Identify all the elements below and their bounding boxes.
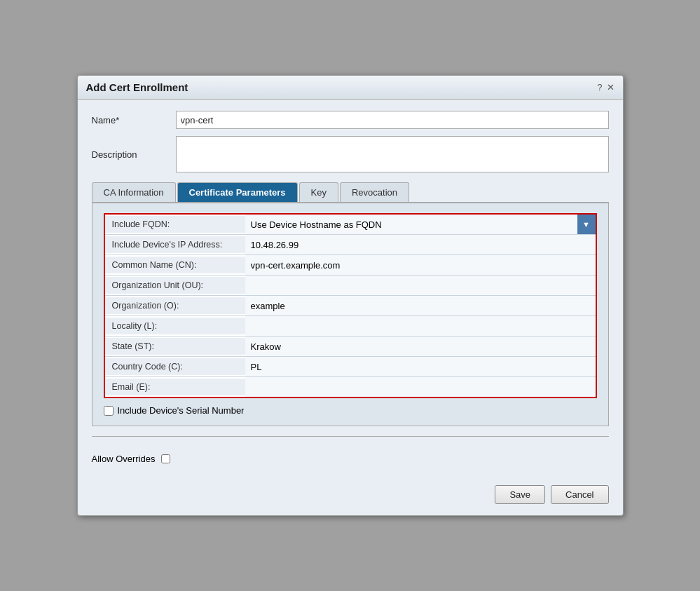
tab-content-cert-params: Include FQDN: Use Device Hostname as FQD… [92,203,609,426]
country-row: Country Code (C): [105,357,596,377]
serial-checkbox-label: Include Device's Serial Number [118,405,245,416]
fqdn-select[interactable]: Use Device Hostname as FQDN Use Custom F… [245,215,596,234]
tabs-row: CA Information Certificate Parameters Ke… [92,182,609,203]
dialog-footer: Save Cancel [78,478,623,515]
state-row: State (ST): [105,337,596,357]
bottom-row: Allow Overrides [92,447,609,467]
cn-label: Common Name (CN): [105,257,245,273]
tab-ca-information[interactable]: CA Information [92,182,176,202]
dialog-body: Name* Description CA Information Certifi… [78,100,623,478]
add-cert-enrollment-dialog: Add Cert Enrollment ? ✕ Name* Descriptio… [77,75,624,516]
email-row: Email (E): [105,377,596,397]
country-label: Country Code (C): [105,358,245,375]
tabs-container: CA Information Certificate Parameters Ke… [92,182,609,426]
cert-params-grid: Include FQDN: Use Device Hostname as FQD… [104,213,597,398]
ou-label: Organization Unit (OU): [105,277,245,294]
name-input[interactable] [176,111,609,129]
serial-checkbox-row: Include Device's Serial Number [104,405,597,416]
section-divider [92,436,609,437]
ip-label: Include Device's IP Address: [105,236,245,253]
name-row: Name* [92,111,609,129]
org-row: Organization (O): [105,296,596,316]
tab-revocation[interactable]: Revocation [340,182,409,202]
tab-certificate-parameters[interactable]: Certificate Parameters [177,182,298,202]
ip-input[interactable] [245,235,596,254]
state-label: State (ST): [105,338,245,355]
org-label: Organization (O): [105,297,245,314]
help-button[interactable]: ? [597,82,602,93]
allow-overrides-label: Allow Overrides [92,454,156,464]
fqdn-label: Include FQDN: [105,216,245,233]
locality-input[interactable] [245,316,596,336]
description-input[interactable] [176,136,609,172]
fqdn-row: Include FQDN: Use Device Hostname as FQD… [105,215,596,235]
cn-row: Common Name (CN): [105,255,596,276]
dialog-titlebar: Add Cert Enrollment ? ✕ [78,76,623,100]
close-button[interactable]: ✕ [607,82,615,93]
email-label: Email (E): [105,379,245,395]
name-label: Name* [92,115,176,125]
dialog-controls: ? ✕ [597,82,614,93]
ip-row: Include Device's IP Address: [105,235,596,255]
fqdn-select-wrapper: Use Device Hostname as FQDN Use Custom F… [245,215,596,234]
ou-input[interactable] [245,276,596,295]
ou-row: Organization Unit (OU): [105,276,596,296]
locality-label: Locality (L): [105,318,245,334]
dialog-title: Add Cert Enrollment [86,81,188,93]
description-label: Description [92,149,176,160]
state-input[interactable] [245,337,596,356]
allow-overrides: Allow Overrides [92,454,170,464]
description-row: Description [92,136,609,172]
org-input[interactable] [245,296,596,315]
serial-number-checkbox[interactable] [104,406,114,416]
save-button[interactable]: Save [495,485,545,504]
cn-input[interactable] [245,255,596,275]
tab-key[interactable]: Key [299,182,338,202]
email-input[interactable] [245,377,596,397]
country-input[interactable] [245,357,596,376]
cancel-button[interactable]: Cancel [551,485,608,504]
allow-overrides-checkbox[interactable] [161,454,170,463]
locality-row: Locality (L): [105,316,596,337]
